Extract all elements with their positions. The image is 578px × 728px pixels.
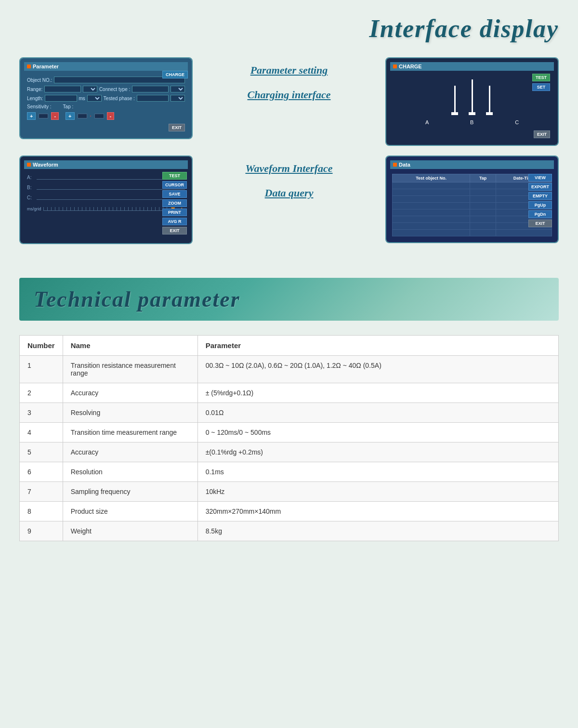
data-exit-btn[interactable]: EXIT (528, 220, 552, 227)
titlebar-dot (27, 65, 31, 68)
row-number: 9 (20, 521, 63, 541)
table-row (393, 230, 552, 236)
row-number: 5 (20, 442, 63, 462)
col-name: Name (63, 336, 197, 356)
row-number: 7 (20, 482, 63, 502)
wave-avgr-btn[interactable]: AVG R (162, 218, 187, 225)
table-row (393, 189, 552, 196)
charge-screen-panel: CHARGE (385, 57, 559, 146)
row-param: 10kHz (197, 482, 558, 502)
param-length-row: Length: ms Tested phase : (27, 95, 185, 102)
pulse-a (451, 86, 458, 115)
wave-test-btn[interactable]: TEST (162, 172, 187, 180)
row-name: Sampling frequency (63, 482, 197, 502)
row-name: Resolution (63, 462, 197, 482)
header-section: Interface display (0, 0, 578, 52)
param-exit-button[interactable]: EXIT (169, 124, 185, 131)
charge-label-c: C (515, 119, 519, 125)
connect-input[interactable] (132, 86, 169, 92)
range-input[interactable] (44, 86, 81, 92)
range-select[interactable] (83, 86, 97, 92)
wave-save-btn[interactable]: SAVE (162, 190, 187, 198)
tested-input[interactable] (137, 95, 169, 102)
ms-label: ms (79, 96, 85, 101)
plus-btn-1[interactable]: + (27, 112, 36, 120)
charge-screen-inner: CHARGE (386, 58, 558, 145)
waveform-label-cell: Waveform Interface Data query (202, 156, 376, 206)
row-param: 8.5kg (197, 521, 558, 541)
data-query-label: Data query (265, 185, 314, 201)
charge-button[interactable]: CHARGE (162, 71, 188, 78)
row-param: 0 ~ 120ms/0 ~ 500ms (197, 423, 558, 442)
interface-section: Parameter Object NO.: CHARGE Range: (0, 52, 578, 263)
charge-set-button[interactable]: SET (532, 83, 550, 91)
charge-waveform-area: TEST SET (390, 74, 554, 117)
wave-ruler (43, 207, 168, 211)
wave-channel-c: C: (27, 195, 185, 200)
param-setting-label: Parameter setting (250, 62, 328, 78)
wave-print-btn[interactable]: PRINT (162, 208, 187, 216)
wave-scale-label: ms/grid (27, 207, 41, 211)
param-sensitivity-row: Sensitivity : Tap : (27, 104, 185, 109)
row-name: Transition time measurement range (63, 423, 197, 442)
charge-test-button[interactable]: TEST (532, 74, 550, 81)
charging-interface-label: Charging interface (248, 87, 331, 103)
param-label-cell: Parameter setting Charging interface (202, 57, 376, 107)
waveform-interface-label: Waveform Interface (245, 160, 332, 176)
connect-select[interactable] (171, 86, 185, 92)
data-empty-btn[interactable]: EMPTY (528, 192, 552, 200)
wave-cursor-btn[interactable]: CURSOR (162, 181, 187, 189)
table-row (393, 196, 552, 203)
tested-select[interactable] (171, 95, 185, 102)
tech-section: Technical parameter Number Name Paramete… (0, 263, 578, 560)
data-pgdn-btn[interactable]: PgDn (528, 210, 552, 218)
row-number: 6 (20, 462, 63, 482)
wave-ch-a-label: A: (27, 175, 35, 180)
data-view-btn[interactable]: VIEW (528, 174, 552, 182)
length-label: Length: (27, 96, 43, 101)
param-range-row: Range: Connect type : (27, 86, 185, 92)
table-row: 3Resolving0.01Ω (20, 403, 559, 423)
row-name: Accuracy (63, 442, 197, 462)
wave-ch-b-label: B: (27, 185, 35, 190)
data-col-tap: Tap (470, 174, 496, 182)
data-pgup-btn[interactable]: PgUp (528, 201, 552, 209)
params-table: Number Name Parameter 1Transition resist… (19, 335, 559, 541)
plus-btn-2[interactable]: + (66, 112, 74, 120)
charge-title-text: CHARGE (399, 64, 422, 69)
param-title-text: Parameter (33, 64, 59, 69)
pulse-a-base (451, 112, 458, 115)
pulse-c-line (489, 86, 490, 112)
charge-exit-button[interactable]: EXIT (534, 130, 550, 138)
wave-channel-a: A: (27, 175, 185, 180)
table-row: 8Product size320mm×270mm×140mm (20, 502, 559, 521)
wave-titlebar: Waveform (24, 160, 188, 169)
indicator-3 (94, 114, 104, 118)
screens-grid: Parameter Object NO.: CHARGE Range: (19, 57, 559, 244)
row-number: 3 (20, 403, 63, 423)
length-select[interactable] (87, 95, 102, 102)
parameter-screen-inner: Parameter Object NO.: CHARGE Range: (20, 58, 192, 138)
wave-zoom-btn[interactable]: ZOOM (162, 199, 187, 207)
wave-exit-btn[interactable]: EXIT (162, 227, 187, 234)
row-param: 0.1ms (197, 462, 558, 482)
tech-title: Technical parameter (34, 287, 240, 312)
table-row: 6Resolution0.1ms (20, 462, 559, 482)
table-row (393, 216, 552, 223)
length-input[interactable] (45, 95, 77, 102)
waveform-screen-inner: Waveform A: B: C: (20, 156, 192, 243)
row-name: Weight (63, 521, 197, 541)
col-number: Number (20, 336, 63, 356)
minus-btn-2[interactable]: - (107, 112, 115, 120)
data-export-btn[interactable]: EXPORT (528, 183, 552, 191)
data-titlebar: Data (390, 160, 554, 169)
main-title: Interface display (369, 15, 559, 42)
wave-titlebar-dot (27, 163, 31, 167)
param-titlebar: Parameter (24, 62, 188, 71)
tested-label: Tested phase : (104, 96, 135, 101)
wave-channel-b: B: (27, 185, 185, 190)
waveform-screen-panel: Waveform A: B: C: (19, 156, 193, 244)
minus-btn-1[interactable]: - (51, 112, 59, 120)
wave-bottom: ms/grid ▼ ▲ (27, 205, 185, 213)
tech-section-inner: Technical parameter Number Name Paramete… (19, 278, 559, 541)
